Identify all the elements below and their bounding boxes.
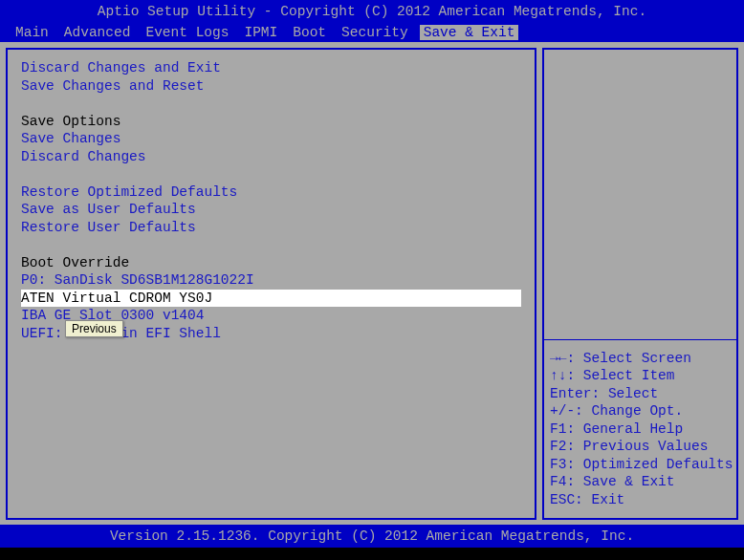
- help-keys: →←: Select Screen ↑↓: Select Item Enter:…: [544, 340, 736, 519]
- help-f3: F3: Optimized Defaults: [550, 456, 731, 474]
- menu-bar: Main Advanced Event Logs IPMI Boot Secur…: [0, 23, 744, 42]
- menu-spacer: [21, 165, 521, 183]
- tab-ipmi[interactable]: IPMI: [240, 25, 281, 40]
- footer-bar: Version 2.15.1236. Copyright (C) 2012 Am…: [0, 525, 744, 548]
- menu-restore-optimized[interactable]: Restore Optimized Defaults: [21, 183, 521, 202]
- tab-event-logs[interactable]: Event Logs: [142, 25, 232, 40]
- menu-spacer: [21, 236, 521, 254]
- help-f2: F2: Previous Values: [550, 438, 731, 456]
- footer-text: Version 2.15.1236. Copyright (C) 2012 Am…: [110, 528, 634, 544]
- help-plusminus: +/-: Change Opt.: [550, 402, 731, 420]
- help-select-item: ↑↓: Select Item: [550, 367, 731, 385]
- menu-restore-user-defaults[interactable]: Restore User Defaults: [21, 219, 521, 237]
- tab-main[interactable]: Main: [11, 25, 53, 40]
- title-bar: Aptio Setup Utility - Copyright (C) 2012…: [0, 0, 744, 23]
- arrows-lr-icon: →←: [550, 351, 566, 366]
- help-f1: F1: General Help: [550, 420, 731, 439]
- help-description: [544, 50, 736, 340]
- bottom-strip: [0, 548, 744, 560]
- menu-header-boot-override: Boot Override: [21, 254, 521, 272]
- menu-save-user-defaults[interactable]: Save as User Defaults: [21, 201, 521, 219]
- title-text: Aptio Setup Utility - Copyright (C) 2012…: [98, 4, 646, 19]
- menu-header-save-options: Save Options: [21, 113, 521, 131]
- menu-boot-aten-cdrom[interactable]: ATEN Virtual CDROM YS0J: [21, 290, 521, 308]
- menu-spacer: [21, 95, 521, 113]
- help-f4: F4: Save & Exit: [550, 473, 731, 491]
- tooltip-previous: Previous: [65, 320, 123, 337]
- tab-boot[interactable]: Boot: [289, 25, 330, 40]
- menu-discard-changes[interactable]: Discard Changes: [21, 148, 521, 166]
- menu-discard-exit[interactable]: Discard Changes and Exit: [21, 59, 521, 77]
- help-select-screen: →←: Select Screen: [550, 350, 731, 368]
- tab-security[interactable]: Security: [338, 25, 412, 40]
- menu-save-changes[interactable]: Save Changes: [21, 130, 521, 148]
- help-enter: Enter: Select: [550, 385, 731, 403]
- tab-save-exit[interactable]: Save & Exit: [420, 25, 519, 40]
- menu-save-reset[interactable]: Save Changes and Reset: [21, 77, 521, 96]
- arrows-ud-icon: ↑↓: [550, 368, 566, 383]
- left-panel: Discard Changes and Exit Save Changes an…: [6, 48, 536, 520]
- content-area: Discard Changes and Exit Save Changes an…: [0, 42, 744, 526]
- menu-boot-sandisk[interactable]: P0: SanDisk SD6SB1M128G1022I: [21, 271, 521, 290]
- help-esc: ESC: Exit: [550, 491, 731, 509]
- tab-advanced[interactable]: Advanced: [60, 25, 135, 40]
- right-panel: →←: Select Screen ↑↓: Select Item Enter:…: [542, 48, 738, 520]
